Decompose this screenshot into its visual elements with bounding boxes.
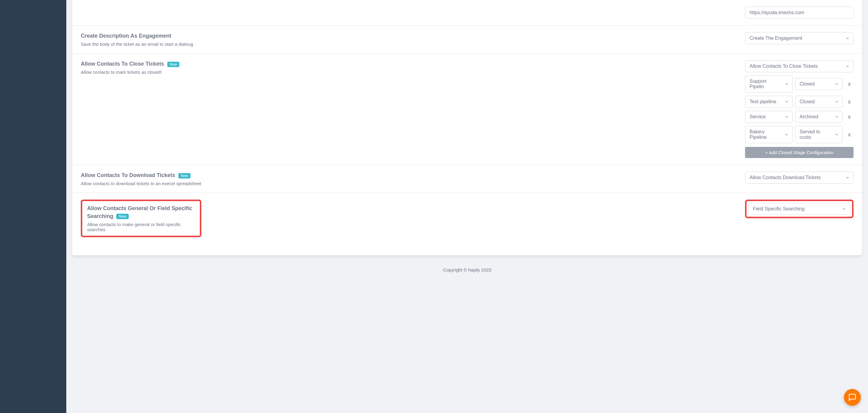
main-content: Create Description As Engagement Save th…	[66, 0, 868, 413]
add-closed-stage-button[interactable]: + Add Closed Stage Configuration	[745, 147, 854, 158]
footer-copyright: Copyright © hapily 2023	[72, 255, 862, 278]
url-input[interactable]	[745, 7, 854, 19]
setting-desc: Allow contacts to download tickets to an…	[81, 181, 733, 186]
stage-select[interactable]: Served to custo	[795, 126, 843, 143]
chevron-down-icon	[835, 100, 839, 104]
close-tickets-select[interactable]: Allow Contacts To Close Tickets	[745, 60, 854, 72]
chevron-down-icon	[842, 207, 846, 211]
chevron-down-icon	[784, 115, 789, 119]
pipeline-select[interactable]: Service	[745, 111, 793, 123]
chevron-down-icon	[845, 64, 849, 68]
setting-title: Allow Contacts General Or Field Specific…	[87, 205, 192, 219]
select-value: Allow Contacts Download Tickets	[749, 175, 821, 180]
setting-desc: Save the body of the ticket as an email …	[81, 41, 733, 47]
highlight-annotation: Field Specific Searching	[745, 200, 854, 218]
chat-widget-button[interactable]	[844, 389, 861, 406]
pipeline-select[interactable]: Support Pipelin	[745, 75, 793, 93]
remove-row-button[interactable]: x	[845, 114, 854, 120]
select-value: Closed	[800, 99, 815, 104]
pipeline-row: Support Pipelin Closed x	[745, 75, 854, 93]
setting-row-create-description: Create Description As Engagement Save th…	[72, 25, 862, 53]
select-value: Test pipeline	[749, 99, 776, 104]
chat-icon	[848, 393, 857, 402]
stage-select[interactable]: Closed	[795, 78, 843, 90]
select-value: Served to custo	[800, 129, 820, 140]
pipeline-row: Bakery Pipeline Served to custo x	[745, 126, 854, 143]
chevron-down-icon	[784, 100, 789, 104]
setting-desc: Allow contacts to mark tickets as closed…	[81, 70, 733, 75]
new-badge: New	[116, 214, 128, 219]
setting-title: Allow Contacts To Close Tickets	[81, 61, 164, 67]
setting-title: Create Description As Engagement	[81, 33, 171, 39]
select-value: Archived	[800, 114, 818, 119]
setting-title: Allow Contacts To Download Tickets	[81, 172, 175, 178]
chevron-down-icon	[845, 36, 849, 40]
chevron-down-icon	[784, 132, 789, 137]
pipeline-row: Test pipeline Closed x	[745, 96, 854, 108]
stage-select[interactable]: Archived	[795, 111, 843, 123]
pipeline-select[interactable]: Test pipeline	[745, 96, 793, 108]
pipeline-select[interactable]: Bakery Pipeline	[745, 126, 793, 143]
chevron-down-icon	[835, 132, 839, 137]
setting-desc: Allow contacts to make general or field …	[87, 222, 195, 232]
select-value: Field Specific Searching	[753, 206, 805, 211]
setting-row-url	[72, 0, 862, 25]
chevron-down-icon	[845, 175, 849, 180]
sidebar	[0, 0, 66, 413]
setting-row-download-tickets: Allow Contacts To Download Tickets New A…	[72, 165, 862, 193]
setting-row-searching: Allow Contacts General Or Field Specific…	[72, 193, 862, 255]
new-badge: New	[167, 62, 179, 67]
stage-select[interactable]: Closed	[795, 96, 843, 108]
select-value: Create The Engagement	[749, 36, 802, 41]
searching-select[interactable]: Field Specific Searching	[748, 203, 850, 215]
select-value: Allow Contacts To Close Tickets	[749, 64, 818, 69]
select-value: Closed	[800, 81, 815, 87]
pipeline-configurations: Support Pipelin Closed x Test pipeline	[745, 75, 854, 143]
settings-card: Create Description As Engagement Save th…	[72, 0, 862, 255]
select-value: Bakery Pipeline	[749, 129, 767, 140]
chevron-down-icon	[784, 82, 789, 86]
pipeline-row: Service Archived x	[745, 111, 854, 123]
chevron-down-icon	[835, 82, 839, 86]
remove-row-button[interactable]: x	[845, 99, 854, 105]
highlight-annotation: Allow Contacts General Or Field Specific…	[81, 200, 201, 237]
remove-row-button[interactable]: x	[845, 81, 854, 87]
chevron-down-icon	[835, 115, 839, 119]
create-description-select[interactable]: Create The Engagement	[745, 32, 854, 44]
setting-row-close-tickets: Allow Contacts To Close Tickets New Allo…	[72, 53, 862, 165]
download-tickets-select[interactable]: Allow Contacts Download Tickets	[745, 172, 854, 184]
select-value: Service	[749, 114, 766, 119]
new-badge: New	[179, 173, 190, 178]
select-value: Support Pipelin	[749, 78, 767, 89]
remove-row-button[interactable]: x	[845, 132, 854, 138]
